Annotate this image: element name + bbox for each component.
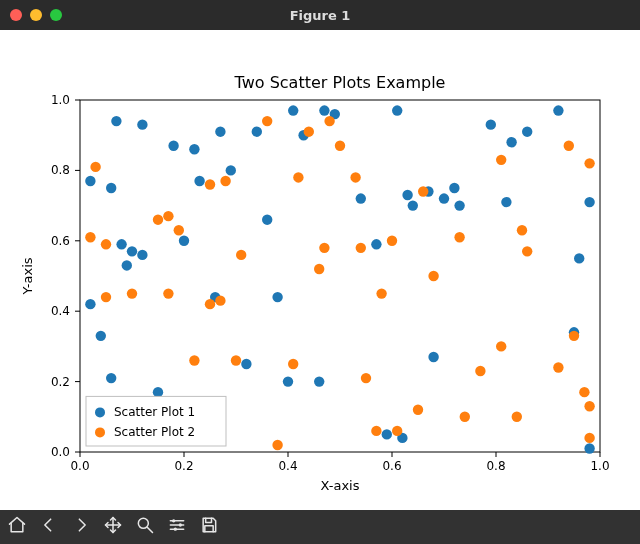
data-point	[574, 253, 584, 263]
data-point	[584, 158, 594, 168]
data-point	[350, 172, 360, 182]
close-window-button[interactable]	[10, 9, 22, 21]
x-axis-label: X-axis	[321, 478, 360, 493]
data-point	[96, 331, 106, 341]
pan-button[interactable]	[98, 512, 128, 542]
y-tick-label: 1.0	[51, 93, 70, 107]
data-point	[163, 288, 173, 298]
data-point	[428, 352, 438, 362]
data-point	[517, 225, 527, 235]
data-point	[512, 412, 522, 422]
data-point	[153, 387, 163, 397]
data-point	[428, 271, 438, 281]
data-point	[241, 359, 251, 369]
data-point	[304, 126, 314, 136]
minimize-window-button[interactable]	[30, 9, 42, 21]
forward-button[interactable]	[66, 512, 96, 542]
data-point	[553, 105, 563, 115]
back-button[interactable]	[34, 512, 64, 542]
x-tick-label: 0.8	[486, 459, 505, 473]
app-window: Figure 1 0.00.20.40.60.81.00.00.20.40.60…	[0, 0, 640, 544]
legend-marker	[95, 427, 105, 437]
scatter-chart: 0.00.20.40.60.81.00.00.20.40.60.81.0X-ax…	[0, 30, 640, 510]
data-point	[496, 155, 506, 165]
zoom-icon	[135, 515, 155, 539]
data-point	[283, 376, 293, 386]
data-point	[106, 183, 116, 193]
data-point	[122, 260, 132, 270]
data-point	[501, 197, 511, 207]
data-point	[116, 239, 126, 249]
data-point	[215, 126, 225, 136]
zoom-button[interactable]	[130, 512, 160, 542]
move-icon	[103, 515, 123, 539]
data-point	[382, 429, 392, 439]
svg-point-1	[172, 519, 175, 522]
home-button[interactable]	[2, 512, 32, 542]
save-icon	[199, 515, 219, 539]
data-point	[90, 162, 100, 172]
data-point	[174, 225, 184, 235]
data-point	[319, 105, 329, 115]
legend-marker	[95, 407, 105, 417]
legend-label: Scatter Plot 2	[114, 425, 195, 439]
titlebar: Figure 1	[0, 0, 640, 30]
save-button[interactable]	[194, 512, 224, 542]
sliders-icon	[167, 515, 187, 539]
data-point	[486, 119, 496, 129]
data-point	[408, 200, 418, 210]
x-tick-label: 0.0	[70, 459, 89, 473]
configure-button[interactable]	[162, 512, 192, 542]
data-point	[402, 190, 412, 200]
data-point	[569, 331, 579, 341]
data-point	[584, 197, 594, 207]
data-point	[153, 214, 163, 224]
data-point	[460, 412, 470, 422]
x-tick-label: 1.0	[590, 459, 609, 473]
data-point	[293, 172, 303, 182]
data-point	[314, 376, 324, 386]
data-point	[226, 165, 236, 175]
data-point	[220, 176, 230, 186]
data-point	[189, 144, 199, 154]
data-point	[564, 141, 574, 151]
data-point	[272, 440, 282, 450]
x-tick-label: 0.4	[278, 459, 297, 473]
data-point	[584, 433, 594, 443]
y-tick-label: 0.0	[51, 445, 70, 459]
data-point	[272, 292, 282, 302]
data-point	[376, 288, 386, 298]
data-point	[522, 126, 532, 136]
svg-point-2	[179, 523, 182, 526]
data-point	[356, 193, 366, 203]
data-point	[324, 116, 334, 126]
data-point	[584, 443, 594, 453]
x-tick-label: 0.6	[382, 459, 401, 473]
data-point	[85, 176, 95, 186]
data-point	[584, 401, 594, 411]
legend-label: Scatter Plot 1	[114, 405, 195, 419]
data-point	[106, 373, 116, 383]
data-point	[101, 239, 111, 249]
data-point	[314, 264, 324, 274]
figure-area: 0.00.20.40.60.81.00.00.20.40.60.81.0X-ax…	[0, 30, 640, 510]
data-point	[371, 239, 381, 249]
window-controls	[10, 9, 62, 21]
maximize-window-button[interactable]	[50, 9, 62, 21]
data-point	[205, 299, 215, 309]
data-point	[205, 179, 215, 189]
data-point	[439, 193, 449, 203]
data-point	[168, 141, 178, 151]
svg-point-3	[174, 528, 177, 531]
x-tick-label: 0.2	[174, 459, 193, 473]
data-point	[101, 292, 111, 302]
data-point	[288, 105, 298, 115]
data-point	[392, 105, 402, 115]
data-point	[111, 116, 121, 126]
data-point	[371, 426, 381, 436]
data-point	[387, 236, 397, 246]
data-point	[454, 232, 464, 242]
data-point	[127, 246, 137, 256]
data-point	[288, 359, 298, 369]
data-point	[553, 362, 563, 372]
